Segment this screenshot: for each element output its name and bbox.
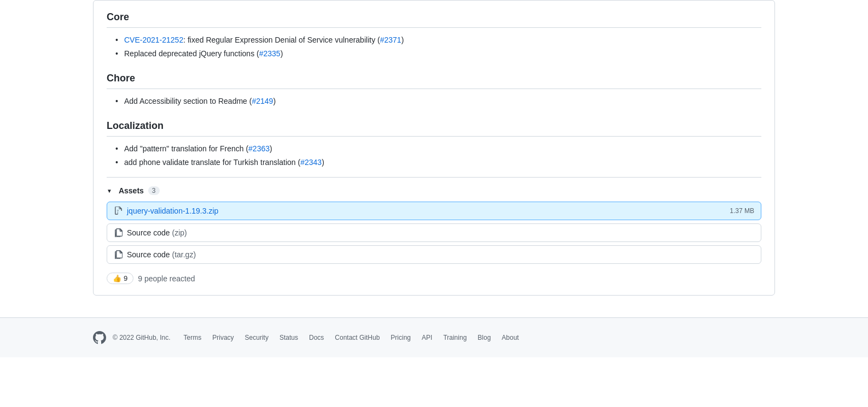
footer: © 2022 GitHub, Inc. Terms Privacy Securi… <box>0 317 868 357</box>
footer-link-privacy[interactable]: Privacy <box>212 334 234 341</box>
footer-copyright: © 2022 GitHub, Inc. <box>113 334 171 341</box>
content-area: Core CVE-2021-21252: fixed Regular Expre… <box>93 0 775 296</box>
asset-name: Source code (tar.gz) <box>127 250 196 259</box>
footer-link-status[interactable]: Status <box>279 334 298 341</box>
asset-left: Source code (tar.gz) <box>114 250 196 259</box>
list-item: Replaced deprecated jQuery functions (#2… <box>115 48 761 60</box>
footer-links: Terms Privacy Security Status Docs Conta… <box>184 334 519 341</box>
asset-left: jquery-validation-1.19.3.zip <box>114 207 218 215</box>
chevron-down-icon: ▼ <box>107 188 112 194</box>
localization-section: Localization Add "pattern" translation f… <box>107 116 761 168</box>
assets-section: ▼ Assets 3 jquery-validation-1.19.3.zip … <box>107 177 761 284</box>
issue-2335-link[interactable]: #2335 <box>259 49 281 58</box>
core-title: Core <box>107 11 761 23</box>
footer-link-training[interactable]: Training <box>443 334 467 341</box>
code-icon <box>114 250 123 259</box>
zip-icon <box>114 207 123 215</box>
localization-divider <box>107 136 761 137</box>
list-item: Add Accessibility section to Readme (#21… <box>115 96 761 107</box>
asset-name: Source code (zip) <box>127 228 187 237</box>
footer-link-about[interactable]: About <box>502 334 519 341</box>
footer-link-docs[interactable]: Docs <box>309 334 324 341</box>
assets-title: Assets <box>119 186 144 195</box>
localization-title: Localization <box>107 116 761 132</box>
chore-divider <box>107 89 761 89</box>
issue-2363-link[interactable]: #2363 <box>248 144 270 153</box>
reaction-text: 9 people reacted <box>138 274 195 283</box>
chore-title: Chore <box>107 68 761 84</box>
footer-link-contact-github[interactable]: Contact GitHub <box>335 334 380 341</box>
localization-list: Add "pattern" translation for French (#2… <box>107 143 761 168</box>
assets-count-badge: 3 <box>148 186 160 195</box>
list-item: Add "pattern" translation for French (#2… <box>115 143 761 155</box>
reaction-button[interactable]: 👍 9 <box>107 273 133 284</box>
reaction-count: 9 <box>124 274 127 282</box>
core-list: CVE-2021-21252: fixed Regular Expression… <box>107 34 761 60</box>
source-code-targz-row[interactable]: Source code (tar.gz) <box>107 245 761 264</box>
issue-2149-link[interactable]: #2149 <box>252 97 273 105</box>
list-item: add phone validate translate for Turkish… <box>115 157 761 168</box>
page-wrapper: Core CVE-2021-21252: fixed Regular Expre… <box>0 0 868 357</box>
asset-name: jquery-validation-1.19.3.zip <box>127 207 218 215</box>
issue-2343-link[interactable]: #2343 <box>300 158 322 167</box>
asset-size: 1.37 MB <box>730 207 754 215</box>
core-divider <box>107 27 761 28</box>
assets-header: ▼ Assets 3 <box>107 186 761 195</box>
asset-left: Source code (zip) <box>114 228 187 237</box>
footer-link-terms[interactable]: Terms <box>184 334 202 341</box>
github-logo <box>93 331 106 344</box>
reaction-emoji: 👍 <box>113 274 121 282</box>
footer-link-api[interactable]: API <box>422 334 432 341</box>
core-section: Core CVE-2021-21252: fixed Regular Expre… <box>107 11 761 60</box>
footer-link-blog[interactable]: Blog <box>477 334 491 341</box>
source-code-zip-row[interactable]: Source code (zip) <box>107 223 761 242</box>
footer-link-pricing[interactable]: Pricing <box>391 334 411 341</box>
code-icon <box>114 228 123 237</box>
reactions-row: 👍 9 9 people reacted <box>107 273 761 284</box>
chore-list: Add Accessibility section to Readme (#21… <box>107 96 761 107</box>
chore-section: Chore Add Accessibility section to Readm… <box>107 68 761 107</box>
list-item: CVE-2021-21252: fixed Regular Expression… <box>115 34 761 46</box>
cve-link[interactable]: CVE-2021-21252 <box>124 36 183 44</box>
issue-2371-link[interactable]: #2371 <box>380 36 401 44</box>
footer-link-security[interactable]: Security <box>245 334 269 341</box>
asset-zip-row[interactable]: jquery-validation-1.19.3.zip 1.37 MB <box>107 202 761 220</box>
